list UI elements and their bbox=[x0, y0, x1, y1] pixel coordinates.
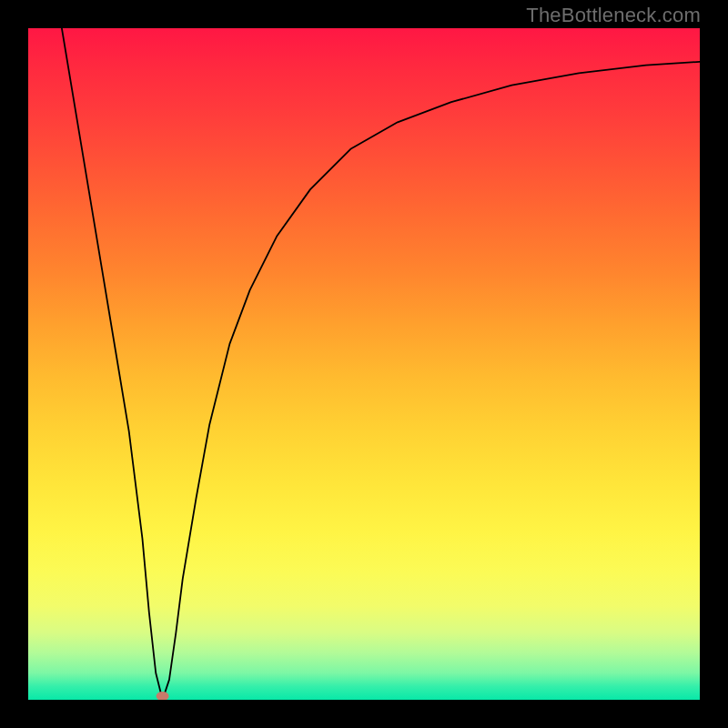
chart-svg bbox=[28, 28, 700, 700]
chart-marker-dot bbox=[157, 692, 169, 700]
plot-area bbox=[28, 28, 700, 700]
chart-frame: TheBottleneck.com bbox=[0, 0, 728, 728]
chart-line bbox=[62, 28, 700, 700]
watermark-text: TheBottleneck.com bbox=[526, 4, 701, 27]
